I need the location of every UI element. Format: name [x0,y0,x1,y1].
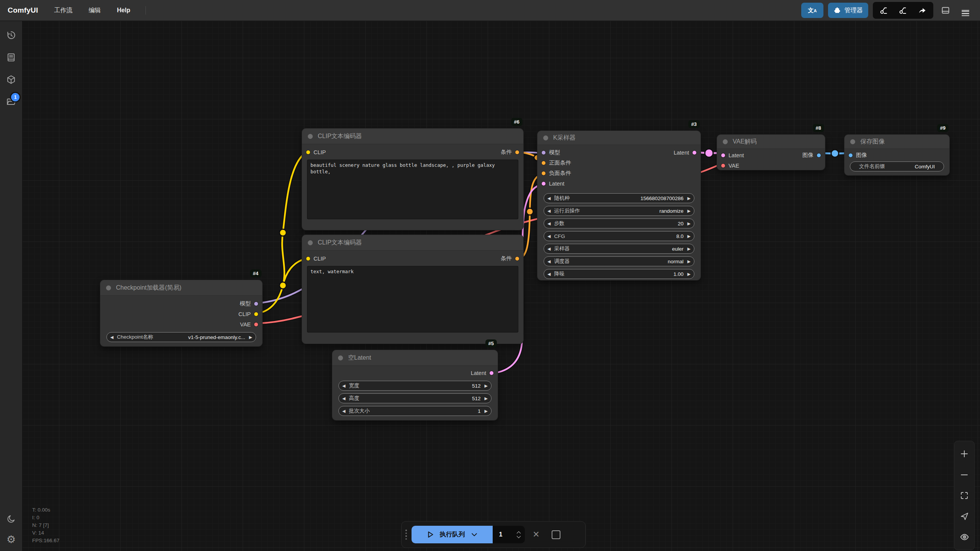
output-port-vae[interactable] [254,323,258,326]
node-save-image[interactable]: #9 保存图像 图像 文件名前缀 ComfyUI [844,135,949,175]
prev-arrow-icon[interactable]: ◀ [547,259,550,264]
manager-button[interactable]: 管理器 [828,3,868,18]
node-header[interactable]: Checkpoint加载器(简易) [100,280,262,296]
next-arrow-icon[interactable]: ▶ [688,196,691,201]
node-header[interactable]: CLIP文本编码器 [302,235,523,251]
sidebar-item-workflows[interactable]: 1 [3,94,19,109]
filename-prefix-widget[interactable]: 文件名前缀 ComfyUI [850,161,944,171]
zoom-in-button[interactable] [957,447,971,461]
toggle-bottom-panel-button[interactable] [938,3,953,18]
menu-help[interactable]: Help [117,7,131,14]
run-queue-button[interactable]: 执行队列 [412,526,493,543]
batch-size-widget[interactable]: ◀ 批次大小 1 ▶ [338,406,492,416]
output-port-latent[interactable] [693,151,696,155]
node-empty-latent[interactable]: #5 空Latent Latent ◀ 宽度 512 ▶ ◀ 高度 512 ▶ … [332,350,498,420]
reroute-dot[interactable] [279,229,286,236]
increment-icon[interactable] [516,531,521,534]
node-header[interactable]: 保存图像 [844,135,949,149]
prompt-textarea[interactable]: text, watermark [307,266,518,333]
node-clip-text-encode-positive[interactable]: #6 CLIP文本编码器 CLIP 条件 beautiful scenery n… [302,129,523,230]
main-menu-button[interactable] [958,3,973,18]
collapse-dot[interactable] [543,135,548,140]
next-arrow-icon[interactable]: ▶ [688,209,691,213]
collapse-dot[interactable] [308,134,313,139]
sidebar-item-model-library[interactable] [3,72,19,87]
chevron-down-icon[interactable] [470,531,478,538]
translate-button[interactable]: 文A [801,3,823,18]
link-midpoint-dot[interactable] [705,149,713,157]
collapse-dot[interactable] [850,139,855,144]
output-port-model[interactable] [254,302,258,306]
theme-toggle-button[interactable] [3,511,19,527]
free-memory-button[interactable] [893,2,913,19]
prev-arrow-icon[interactable]: ◀ [547,234,550,238]
denoise-widget[interactable]: ◀ 降噪 1.00 ▶ [544,269,694,279]
prev-arrow-icon[interactable]: ◀ [547,209,550,213]
settings-button[interactable]: ⚙ [3,532,19,547]
input-port-negative[interactable] [542,171,546,175]
next-arrow-icon[interactable]: ▶ [688,234,691,238]
sidebar-item-queue-history[interactable] [3,28,19,43]
next-arrow-icon[interactable]: ▶ [485,384,488,388]
width-widget[interactable]: ◀ 宽度 512 ▶ [338,381,492,391]
prev-arrow-icon[interactable]: ◀ [547,196,550,201]
steps-widget[interactable]: ◀ 步数 20 ▶ [544,218,694,228]
reroute-dot[interactable] [526,208,533,215]
next-arrow-icon[interactable]: ▶ [688,222,691,226]
clear-queue-button[interactable]: ✕ [528,526,545,543]
collapse-dot[interactable] [106,285,111,290]
height-widget[interactable]: ◀ 高度 512 ▶ [338,393,492,403]
sampler-widget[interactable]: ◀ 采样器 euler ▶ [544,244,694,254]
zoom-out-button[interactable] [957,468,971,482]
prev-arrow-icon[interactable]: ◀ [547,272,550,276]
control-after-generate-widget[interactable]: ◀ 运行后操作 randomize ▶ [544,206,694,216]
app-logo[interactable]: ComfyUI [8,6,38,15]
next-arrow-icon[interactable]: ▶ [688,247,691,251]
checkpoint-name-widget[interactable]: ◀ Checkpoint名称 v1-5-pruned-emaonly.c... … [106,332,256,342]
node-header[interactable]: CLIP文本编码器 [302,129,523,144]
output-port-conditioning[interactable] [515,150,519,154]
output-port-image[interactable] [817,153,821,157]
output-port-conditioning[interactable] [515,257,519,261]
drag-handle[interactable] [405,530,407,540]
collapse-dot[interactable] [308,240,313,245]
node-ksampler[interactable]: #3 K采样器 模型 Latent 正面条件 负面条件 Latent ◀ 随机种… [537,131,701,280]
reroute-dot[interactable] [279,282,286,289]
pan-mode-button[interactable] [957,509,971,523]
unload-models-button[interactable] [874,2,893,19]
prev-arrow-icon[interactable]: ◀ [342,396,345,401]
node-header[interactable]: K采样器 [537,131,701,145]
input-port-latent[interactable] [721,153,725,157]
cfg-widget[interactable]: ◀ CFG 8.0 ▶ [544,231,694,241]
node-header[interactable]: VAE解码 [717,135,825,149]
node-header[interactable]: 空Latent [332,350,498,366]
collapse-dot[interactable] [723,139,728,144]
collapse-dot[interactable] [338,355,343,360]
prev-arrow-icon[interactable]: ◀ [342,409,345,413]
prev-arrow-icon[interactable]: ◀ [547,222,550,226]
node-checkpoint-loader[interactable]: #4 Checkpoint加载器(简易) 模型 CLIP VAE ◀ Check… [100,280,262,346]
graph-canvas[interactable]: #4 Checkpoint加载器(简易) 模型 CLIP VAE ◀ Check… [0,0,980,551]
menu-workflow[interactable]: 工作流 [54,7,73,15]
prev-arrow-icon[interactable]: ◀ [110,335,113,339]
menu-edit[interactable]: 编辑 [89,7,101,15]
input-port-latent[interactable] [542,182,546,186]
seed-widget[interactable]: ◀ 随机种 156680208700286 ▶ [544,193,694,203]
input-port-clip[interactable] [306,150,310,154]
next-arrow-icon[interactable]: ▶ [485,409,488,413]
input-port-clip[interactable] [306,257,310,261]
toggle-link-visibility-button[interactable] [957,530,971,544]
output-port-latent[interactable] [490,371,493,375]
sidebar-item-node-library[interactable] [3,50,19,65]
decrement-icon[interactable] [516,535,521,539]
next-arrow-icon[interactable]: ▶ [249,335,252,339]
next-arrow-icon[interactable]: ▶ [688,272,691,276]
fit-view-button[interactable] [957,489,971,502]
batch-count-input[interactable]: 1 [493,526,525,543]
node-clip-text-encode-negative[interactable]: CLIP文本编码器 CLIP 条件 text, watermark [302,235,523,344]
next-arrow-icon[interactable]: ▶ [688,259,691,264]
input-port-model[interactable] [542,151,546,155]
next-arrow-icon[interactable]: ▶ [485,396,488,401]
prev-arrow-icon[interactable]: ◀ [342,384,345,388]
prev-arrow-icon[interactable]: ◀ [547,247,550,251]
